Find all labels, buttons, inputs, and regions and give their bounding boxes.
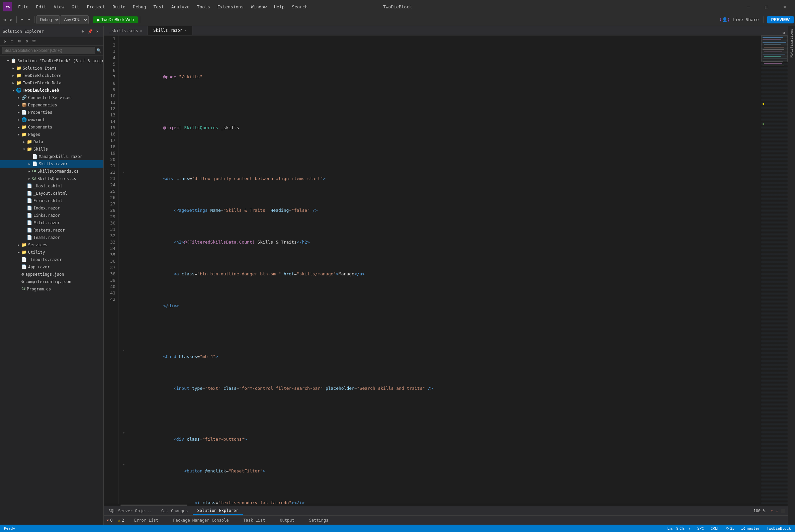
tree-skills-commands[interactable]: ▶ C# SkillsCommands.cs: [0, 168, 103, 175]
code-editor[interactable]: @page "/skills" @inject SkillsQueries _s…: [118, 36, 761, 504]
minimize-button[interactable]: −: [741, 0, 756, 13]
toolbar-redo[interactable]: ↪: [26, 16, 32, 23]
menu-build[interactable]: Build: [109, 3, 129, 11]
tab-settings-btn[interactable]: ⚙: [780, 31, 788, 35]
tree-compilerconfig[interactable]: ⚙ compilerconfig.json: [0, 278, 103, 285]
menu-window[interactable]: Window: [248, 3, 270, 11]
tree-utility[interactable]: ▶ 📁 Utility: [0, 249, 103, 256]
tab-skills-razor-close[interactable]: ×: [184, 28, 187, 33]
notifications-label[interactable]: Notifications: [788, 27, 795, 59]
tree-skills-razor[interactable]: ▶ 📄 Skills.razor: [0, 160, 103, 168]
tab-skills-razor[interactable]: Skills.razor ×: [148, 26, 192, 35]
explorer-sync-btn[interactable]: ↻: [1, 38, 8, 44]
error-count[interactable]: ✖ 0: [107, 518, 112, 522]
tree-solution-items[interactable]: ▶ 📁 Solution Items: [0, 64, 103, 72]
tab-skills-scss-close[interactable]: ×: [140, 29, 143, 33]
explorer-refresh-btn[interactable]: ⊡: [9, 38, 15, 44]
menu-analyze[interactable]: Analyze: [168, 3, 193, 11]
close-button[interactable]: ×: [777, 0, 792, 13]
menu-help[interactable]: Help: [271, 3, 288, 11]
tab-output[interactable]: Output: [275, 517, 299, 524]
warning-count[interactable]: ⚠ 2: [118, 518, 124, 522]
tree-program[interactable]: C# Program.cs: [0, 285, 103, 293]
rosters-icon: 📄: [27, 227, 32, 233]
tree-imports[interactable]: 📄 _Imports.razor: [0, 256, 103, 263]
commits-status[interactable]: ⟳ 25: [725, 526, 736, 531]
explorer-preview-btn[interactable]: 👁: [31, 38, 37, 44]
tree-host[interactable]: 📄 _Host.cshtml: [0, 182, 103, 190]
search-input[interactable]: [2, 47, 95, 54]
menu-view[interactable]: View: [51, 3, 68, 11]
tree-dependencies[interactable]: ▶ 📦 Dependencies: [0, 101, 103, 109]
tree-app[interactable]: 📄 App.razor: [0, 263, 103, 271]
tree-index[interactable]: 📄 Index.razor: [0, 205, 103, 212]
panel-close-btn[interactable]: ×: [94, 28, 101, 35]
panel-pin-btn[interactable]: 📌: [87, 28, 93, 35]
tab-task-list[interactable]: Task List: [239, 517, 270, 524]
tree-connected-services[interactable]: ▶ 🔗 Connected Services: [0, 94, 103, 101]
project-label: TwoDieBlock: [766, 526, 791, 531]
tree-appsettings[interactable]: ⚙ appsettings.json: [0, 271, 103, 278]
cpu-target-select[interactable]: Any CPU: [60, 15, 89, 24]
explorer-props-btn[interactable]: ⚙: [23, 38, 30, 44]
menu-git[interactable]: Git: [68, 3, 83, 11]
error-icon: ✖: [107, 518, 109, 522]
tab-solution-explorer-bottom[interactable]: Solution Explorer: [193, 507, 243, 515]
spc-status[interactable]: SPC: [696, 526, 705, 531]
tab-sql-server[interactable]: SQL Server Obje...: [104, 507, 157, 515]
tree-wwwroot[interactable]: ▶ 🌐 wwwroot: [0, 116, 103, 124]
tree-links[interactable]: 📄 Links.razor: [0, 212, 103, 219]
run-button[interactable]: ▶ TwoDieBlock.Web: [93, 16, 138, 23]
code-line-1: @page "/skills": [121, 67, 758, 86]
tree-teams[interactable]: 📄 Teams.razor: [0, 234, 103, 241]
toolbar-back[interactable]: ◁: [1, 16, 8, 23]
skills-razor-tab-label: Skills.razor: [153, 28, 182, 33]
tree-skills[interactable]: ▼ 📁 Skills: [0, 146, 103, 153]
toolbar-undo[interactable]: ↩: [19, 16, 25, 23]
tree-skills-queries[interactable]: ▶ C# SkillsQueries.cs: [0, 175, 103, 182]
skills-scss-tab-label: _skills.scss: [109, 28, 138, 33]
solution-root[interactable]: ▼ 📋 Solution 'TwoDieBlock' (3 of 3 proje…: [0, 57, 103, 64]
menu-search[interactable]: Search: [288, 3, 311, 11]
search-icon[interactable]: 🔍: [96, 48, 101, 53]
tab-package-manager[interactable]: Package Manager Console: [168, 517, 233, 524]
tree-properties[interactable]: ▶ 📄 Properties: [0, 109, 103, 116]
menu-edit[interactable]: Edit: [33, 3, 50, 11]
tree-services[interactable]: ▶ 📁 Services: [0, 241, 103, 249]
error-arrow-up[interactable]: ↑: [771, 509, 773, 513]
menu-extensions[interactable]: Extensions: [214, 3, 247, 11]
tree-layout[interactable]: 📄 _Layout.cshtml: [0, 190, 103, 197]
tree-pages-data[interactable]: ▶ 📁 Data: [0, 138, 103, 146]
explorer-collapse-btn[interactable]: ⊟: [16, 38, 23, 44]
menu-debug[interactable]: Debug: [130, 3, 149, 11]
tab-git-changes[interactable]: Git Changes: [157, 507, 192, 515]
debug-config-select[interactable]: Debug: [36, 15, 60, 24]
panel-search-btn[interactable]: ⊕: [79, 28, 86, 35]
preview-button[interactable]: PREVIEW: [767, 16, 794, 23]
tree-components[interactable]: ▶ 📁 Components: [0, 124, 103, 131]
tree-web[interactable]: ▼ 🌐 TwoDieBlock.Web: [0, 87, 103, 94]
tab-settings-error[interactable]: Settings: [304, 517, 333, 524]
maximize-button[interactable]: □: [759, 0, 774, 13]
menu-tools[interactable]: Tools: [194, 3, 213, 11]
tree-rosters[interactable]: 📄 Rosters.razor: [0, 227, 103, 234]
tree-core[interactable]: ▶ 📁 TwoDieBlock.Core: [0, 72, 103, 79]
live-share-label[interactable]: Live Share: [733, 17, 759, 22]
menu-project[interactable]: Project: [83, 3, 109, 11]
tree-data[interactable]: ▶ 📁 TwoDieBlock.Data: [0, 79, 103, 87]
tree-error[interactable]: 📄 Error.cshtml: [0, 197, 103, 205]
tree-manage-skills[interactable]: 📄 ManageSkills.razor: [0, 153, 103, 160]
menu-file[interactable]: File: [15, 3, 32, 11]
line-col-status[interactable]: Ln: 9 Ch: 7: [666, 526, 692, 531]
tree-pitch[interactable]: 📄 Pitch.razor: [0, 219, 103, 227]
toolbar-forward[interactable]: ▷: [8, 16, 15, 23]
tree-pages[interactable]: ▼ 📁 Pages: [0, 131, 103, 138]
tab-skills-scss[interactable]: _skills.scss ×: [104, 26, 148, 35]
crlf-status[interactable]: CRLF: [709, 526, 721, 531]
error-arrow-down[interactable]: ↓: [776, 509, 778, 513]
branch-status[interactable]: ⎇ master: [740, 526, 761, 531]
ch-label: Ch: 7: [680, 526, 690, 531]
menu-test[interactable]: Test: [150, 3, 167, 11]
tab-error-list[interactable]: Error List: [130, 517, 163, 524]
project-status[interactable]: TwoDieBlock: [765, 526, 792, 531]
